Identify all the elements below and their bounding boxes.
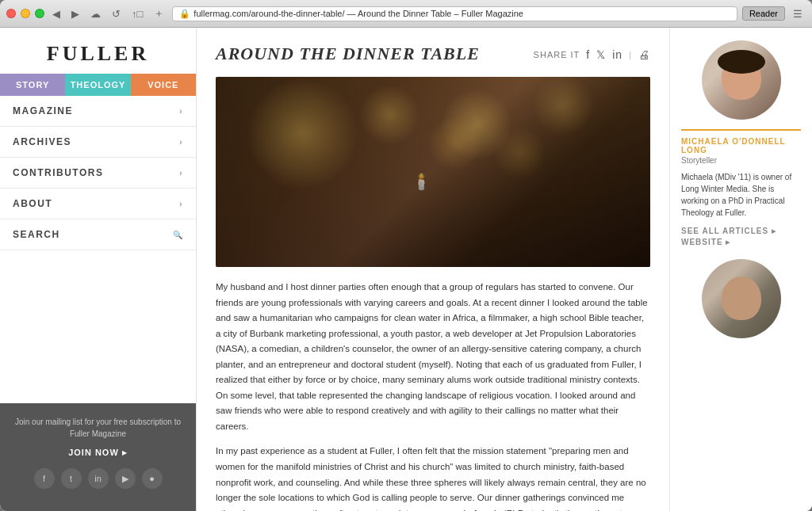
author-role: Storyteller bbox=[681, 156, 801, 165]
add-tab-button[interactable]: ＋ bbox=[151, 5, 167, 22]
tab-story[interactable]: STORY bbox=[0, 74, 65, 96]
forward-button[interactable]: ▶ bbox=[68, 6, 82, 21]
settings-button[interactable]: ☰ bbox=[790, 6, 806, 21]
author-divider bbox=[681, 129, 801, 131]
rss-icon[interactable]: ● bbox=[142, 468, 163, 489]
sidebar: FULLER STORY THEOLOGY VOICE MAGAZINE › bbox=[0, 28, 197, 511]
facebook-share-icon[interactable]: f bbox=[586, 48, 590, 61]
browser-window: ◀ ▶ ☁ ↺ ↑□ ＋ 🔒 fullermag.com/around-the-… bbox=[0, 0, 812, 511]
article-header: AROUND THE DINNER TABLE SHARE IT f 𝕏 in … bbox=[216, 44, 650, 64]
chevron-right-icon: › bbox=[179, 138, 183, 147]
twitter-share-icon[interactable]: 𝕏 bbox=[596, 48, 606, 61]
chevron-right-icon: › bbox=[179, 107, 183, 116]
author2-avatar bbox=[702, 259, 781, 338]
share-button[interactable]: ↑□ bbox=[128, 6, 146, 21]
chevron-right-icon: › bbox=[179, 200, 183, 208]
back-button[interactable]: ◀ bbox=[49, 6, 63, 21]
facebook-icon[interactable]: f bbox=[34, 468, 55, 489]
lock-icon: 🔒 bbox=[179, 9, 190, 19]
share-bar: SHARE IT f 𝕏 in | 🖨 bbox=[534, 48, 650, 61]
see-all-articles-link[interactable]: SEE ALL ARTICLES ▸ bbox=[681, 227, 801, 235]
cloud-button[interactable]: ☁ bbox=[87, 6, 104, 21]
author-bio: Michaela (MDiv '11) is owner of Long Win… bbox=[681, 171, 801, 219]
twitter-icon[interactable]: t bbox=[61, 468, 82, 489]
join-now-button[interactable]: JOIN NOW ▸ bbox=[68, 446, 128, 460]
url-text: fullermag.com/around-the-dinner-table/ —… bbox=[193, 9, 523, 18]
social-icons: f t in ▶ ● bbox=[13, 468, 183, 498]
sidebar-item-search[interactable]: SEARCH 🔍 bbox=[0, 219, 196, 250]
mailing-text: Join our mailing list for your free subs… bbox=[13, 416, 183, 440]
minimize-btn[interactable] bbox=[21, 9, 30, 18]
address-bar[interactable]: 🔒 fullermag.com/around-the-dinner-table/… bbox=[172, 6, 737, 21]
article-image bbox=[216, 77, 650, 267]
mailing-signup: Join our mailing list for your free subs… bbox=[0, 403, 196, 512]
tab-voice[interactable]: VOICE bbox=[131, 74, 196, 96]
article-area: AROUND THE DINNER TABLE SHARE IT f 𝕏 in … bbox=[197, 28, 669, 511]
author-links: SEE ALL ARTICLES ▸ WEBSITE ▸ bbox=[681, 227, 801, 246]
main-content: AROUND THE DINNER TABLE SHARE IT f 𝕏 in … bbox=[197, 28, 812, 511]
sidebar-item-magazine[interactable]: MAGAZINE › bbox=[0, 96, 196, 127]
browser-toolbar: ◀ ▶ ☁ ↺ ↑□ ＋ 🔒 fullermag.com/around-the-… bbox=[0, 0, 812, 28]
maximize-btn[interactable] bbox=[35, 9, 44, 18]
author-avatar bbox=[702, 40, 781, 120]
tab-theology[interactable]: THEOLOGY bbox=[65, 74, 130, 96]
website-link[interactable]: WEBSITE ▸ bbox=[681, 238, 801, 246]
sidebar-nav: MAGAZINE › ARCHIVES › CONTRIBUTORS › ABO… bbox=[0, 96, 196, 403]
article-title: AROUND THE DINNER TABLE bbox=[216, 44, 480, 64]
print-icon[interactable]: 🖨 bbox=[638, 48, 650, 61]
right-sidebar: MICHAELA O'DONNELL LONG Storyteller Mich… bbox=[669, 28, 812, 511]
sidebar-item-archives[interactable]: ARCHIVES › bbox=[0, 127, 196, 158]
linkedin-share-icon[interactable]: in bbox=[612, 48, 622, 61]
chevron-right-icon: › bbox=[179, 169, 183, 177]
article-body: My husband and I host dinner parties oft… bbox=[216, 280, 650, 511]
article-paragraph-1: My husband and I host dinner parties oft… bbox=[216, 280, 650, 434]
search-icon: 🔍 bbox=[173, 231, 184, 239]
share-label: SHARE IT bbox=[534, 50, 580, 59]
author-name: MICHAELA O'DONNELL LONG bbox=[681, 137, 801, 154]
site-logo[interactable]: FULLER bbox=[0, 28, 196, 74]
sidebar-item-contributors[interactable]: CONTRIBUTORS › bbox=[0, 158, 196, 189]
close-btn[interactable] bbox=[6, 9, 16, 18]
article-paragraph-2: In my past experience as a student at Fu… bbox=[216, 444, 650, 511]
sidebar-tabs: STORY THEOLOGY VOICE bbox=[0, 74, 196, 96]
youtube-icon[interactable]: ▶ bbox=[115, 468, 136, 489]
sidebar-item-about[interactable]: ABOUT › bbox=[0, 189, 196, 219]
linkedin-icon[interactable]: in bbox=[88, 468, 109, 489]
browser-body: FULLER STORY THEOLOGY VOICE MAGAZINE › bbox=[0, 28, 812, 511]
reader-button[interactable]: Reader bbox=[742, 6, 785, 21]
reload-button[interactable]: ↺ bbox=[109, 6, 124, 21]
